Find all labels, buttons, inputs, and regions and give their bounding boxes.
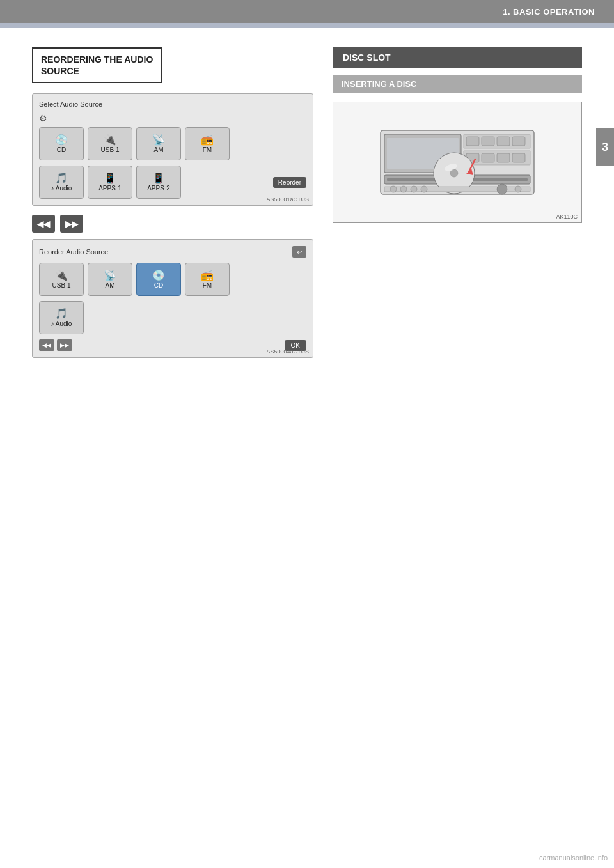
screen1-title: Select Audio Source (39, 100, 306, 108)
screen2-top-row: Reorder Audio Source ↩ (39, 246, 306, 258)
screen2-row2: 🎵 ♪ Audio (39, 301, 306, 334)
reorder-fm-icon: 📻 (201, 270, 214, 281)
svg-rect-10 (482, 153, 494, 162)
screen1-settings-icon: ⚙ (39, 113, 306, 123)
main-content: REORDERING THE AUDIO SOURCE Select Audio… (0, 28, 614, 377)
svg-point-25 (497, 184, 507, 194)
svg-rect-7 (512, 137, 525, 146)
svg-point-24 (421, 186, 427, 192)
source-cd[interactable]: 💿 CD (39, 127, 84, 160)
select-audio-source-screen: Select Audio Source ⚙ 💿 CD 🔌 USB 1 📡 AM (32, 93, 313, 206)
header-title: 1. BASIC OPERATION (503, 7, 595, 17)
screen2-row1: 🔌 USB 1 📡 AM 💿 CD 📻 FM (39, 263, 306, 296)
mini-next-button[interactable]: ▶▶ (57, 339, 72, 351)
disc-slot-heading: DISC SLOT (333, 47, 582, 68)
reorder-source-fm[interactable]: 📻 FM (185, 263, 230, 296)
source-fm[interactable]: 📻 FM (185, 127, 230, 160)
audio-icon: 🎵 (55, 173, 68, 183)
fm-icon: 📻 (201, 135, 214, 145)
reordering-heading: REORDERING THE AUDIO SOURCE (32, 47, 162, 83)
source-apps2[interactable]: 📱 APPS-2 (136, 166, 181, 199)
reorder-button[interactable]: Reorder (273, 177, 306, 188)
right-column: DISC SLOT INSERTING A DISC (333, 47, 582, 358)
reorder-source-cd[interactable]: 💿 CD (136, 263, 181, 296)
inserting-disc-subheading: INSERTING A DISC (333, 75, 582, 93)
svg-rect-12 (512, 153, 525, 162)
stereo-ref-label: AK110C (556, 213, 578, 220)
back-button[interactable]: ↩ (292, 246, 306, 258)
cd-icon: 💿 (55, 135, 68, 145)
stereo-svg (374, 111, 540, 213)
source-usb1[interactable]: 🔌 USB 1 (88, 127, 132, 160)
chapter-tab: 3 (596, 128, 614, 166)
reorder-usb-icon: 🔌 (55, 270, 68, 281)
prev-arrow-button[interactable]: ◀◀ (32, 215, 55, 233)
svg-rect-5 (482, 137, 494, 146)
screen1-row2: 🎵 ♪ Audio 📱 APPS-1 📱 APPS-2 Reorder (39, 166, 306, 199)
source-am[interactable]: 📡 AM (136, 127, 181, 160)
reorder-audio-source-screen: Reorder Audio Source ↩ 🔌 USB 1 📡 AM 💿 CD (32, 239, 313, 358)
svg-rect-4 (466, 137, 479, 146)
usb-icon: 🔌 (104, 135, 116, 145)
car-stereo-illustration: AK110C (333, 102, 582, 223)
svg-rect-6 (497, 137, 510, 146)
source-apps1[interactable]: 📱 APPS-1 (88, 166, 132, 199)
reorder-source-am[interactable]: 📡 AM (88, 263, 132, 296)
reorder-am-icon: 📡 (104, 270, 116, 281)
next-arrow-button[interactable]: ▶▶ (60, 215, 83, 233)
header-bar: 1. BASIC OPERATION (0, 0, 614, 23)
reorder-audio-icon: 🎵 (55, 309, 68, 319)
mini-prev-button[interactable]: ◀◀ (39, 339, 54, 351)
reorder-source-audio[interactable]: 🎵 ♪ Audio (39, 301, 84, 334)
svg-rect-11 (497, 153, 510, 162)
reorder-source-usb1[interactable]: 🔌 USB 1 (39, 263, 84, 296)
accent-bar (0, 23, 614, 28)
reorder-cd-icon: 💿 (152, 270, 165, 281)
am-icon: 📡 (152, 135, 165, 145)
mini-arrows: ◀◀ ▶▶ (39, 339, 72, 351)
screen2-title: Reorder Audio Source (39, 248, 108, 256)
screen1-ref: AS50001aCTUS (266, 196, 309, 203)
source-audio[interactable]: 🎵 ♪ Audio (39, 166, 84, 199)
apps1-icon: 📱 (104, 173, 116, 183)
footer-watermark: carmanualsonline.info (539, 854, 608, 862)
svg-point-22 (400, 186, 407, 192)
left-column: REORDERING THE AUDIO SOURCE Select Audio… (32, 47, 313, 358)
nav-arrows: ◀◀ ▶▶ (32, 215, 313, 233)
svg-point-23 (411, 186, 417, 192)
apps2-icon: 📱 (152, 173, 165, 183)
svg-point-26 (515, 186, 521, 192)
screen1-row1: 💿 CD 🔌 USB 1 📡 AM 📻 FM (39, 127, 306, 160)
svg-point-21 (390, 186, 397, 192)
screen2-ref: AS50004aCTUS (266, 348, 309, 355)
